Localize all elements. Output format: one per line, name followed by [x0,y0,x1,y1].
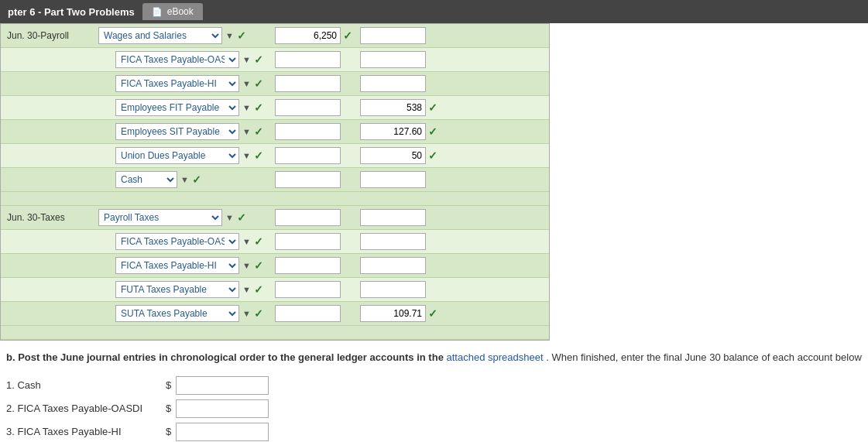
debit-input-cash-1[interactable] [275,171,341,188]
journal-row: Union Dues Payable ▼ ✓ ✓ [1,144,549,168]
debit-col [272,144,357,167]
credit-input-fica-oasdi-1[interactable] [360,51,426,68]
date-empty [1,81,94,87]
dropdown-arrow: ▼ [242,151,251,160]
date-empty [1,262,94,269]
check-icon: ✓ [254,235,263,248]
dropdown-arrow: ▼ [242,237,251,246]
credit-col [357,72,442,95]
ebook-tab[interactable]: 📄 eBook [142,3,203,20]
debit-input-fica-oasdi-2[interactable] [275,233,341,250]
account-col: FICA Taxes Payable-HI ▼ ✓ [94,72,272,95]
account-select-payroll-taxes[interactable]: Payroll Taxes [98,209,222,226]
credit-input-suta[interactable] [360,305,426,322]
account-select-fica-hi-1[interactable]: FICA Taxes Payable-HI [115,75,239,92]
account-select-suta[interactable]: SUTA Taxes Payable [115,305,239,322]
debit-col: ✓ [272,24,357,47]
dollar-sign-fica-hi: $ [166,426,171,437]
date-empty [1,238,94,245]
ledger-label-cash: 1. Cash [6,379,161,391]
credit-input-emp-fit[interactable] [360,99,426,116]
debit-col [272,72,357,95]
account-select-fica-hi-2[interactable]: FICA Taxes Payable-HI [115,257,239,274]
journal-row: Jun. 30-Payroll Wages and Salaries ▼ ✓ ✓ [1,24,549,48]
account-select-futa[interactable]: FUTA Taxes Payable [115,281,239,298]
credit-input-payroll-taxes[interactable] [360,209,426,226]
ledger-input-fica-oasdi[interactable] [176,399,269,418]
journal-row: FUTA Taxes Payable ▼ ✓ [1,278,549,302]
check-icon: ✓ [254,101,263,114]
debit-col [272,302,357,325]
check-icon: ✓ [254,125,263,138]
debit-col [272,120,357,143]
check-icon: ✓ [254,307,263,320]
debit-input-payroll-taxes[interactable] [275,209,341,226]
ledger-input-fica-hi[interactable] [176,423,269,441]
credit-col [357,24,442,47]
dropdown-arrow: ▼ [242,261,251,270]
credit-input-cash-1[interactable] [360,171,426,188]
account-select-emp-sit[interactable]: Employees SIT Payable [115,123,239,140]
spacer-row [1,192,549,206]
debit-input-wages[interactable] [275,27,341,44]
credit-col: ✓ [357,302,442,325]
credit-input-fica-hi-2[interactable] [360,257,426,274]
debit-input-emp-fit[interactable] [275,99,341,116]
dropdown-arrow: ▼ [242,79,251,88]
instruction-bold: b. Post the June journal entries in chro… [6,351,444,363]
journal-row: FICA Taxes Payable-HI ▼ ✓ [1,254,549,278]
debit-col [272,48,357,71]
title-bar-text: pter 6 - Part Two Problems [8,6,135,18]
account-select-emp-fit[interactable]: Employees FIT Payable [115,99,239,116]
journal-row: Employees FIT Payable ▼ ✓ ✓ [1,96,549,120]
dropdown-arrow: ▼ [242,55,251,64]
journal-row: FICA Taxes Payable-OASDI ▼ ✓ [1,48,549,72]
debit-input-suta[interactable] [275,305,341,322]
debit-input-fica-oasdi-1[interactable] [275,51,341,68]
dropdown-arrow: ▼ [225,213,234,222]
credit-input-fica-oasdi-2[interactable] [360,233,426,250]
debit-input-fica-hi-2[interactable] [275,257,341,274]
account-select-cash-1[interactable]: Cash [115,171,177,188]
date-label-taxes: Jun. 30-Taxes [1,209,94,226]
date-empty [1,286,94,293]
account-col: Wages and Salaries ▼ ✓ [94,24,272,47]
dropdown-arrow: ▼ [242,309,251,318]
account-col: Union Dues Payable ▼ ✓ [94,144,272,167]
debit-input-emp-sit[interactable] [275,123,341,140]
debit-input-futa[interactable] [275,281,341,298]
ebook-icon: 📄 [152,7,163,17]
account-select-wages[interactable]: Wages and Salaries [98,27,222,44]
credit-check: ✓ [428,149,437,162]
date-empty [1,57,94,63]
credit-input-fica-hi-1[interactable] [360,75,426,92]
credit-input-union[interactable] [360,147,426,164]
ebook-tab-label: eBook [167,6,194,17]
credit-check: ✓ [428,307,437,320]
instruction-text: b. Post the June journal entries in chro… [6,350,862,365]
credit-col: ✓ [357,96,442,119]
journal-row: FICA Taxes Payable-HI ▼ ✓ [1,72,549,96]
title-bar: pter 6 - Part Two Problems 📄 eBook [0,0,868,23]
account-select-union-dues[interactable]: Union Dues Payable [115,147,239,164]
ledger-row-fica-hi: 3. FICA Taxes Payable-HI $ [6,423,862,441]
account-select-fica-oasdi-2[interactable]: FICA Taxes Payable-OASDI [115,233,239,250]
ledger-row-cash: 1. Cash $ [6,376,862,395]
dropdown-arrow: ▼ [242,285,251,294]
account-select-fica-oasdi-1[interactable]: FICA Taxes Payable-OASDI [115,51,239,68]
credit-input-emp-sit[interactable] [360,123,426,140]
spreadsheet-link[interactable]: attached spreadsheet [447,351,544,363]
credit-check: ✓ [428,125,437,138]
journal-row: Cash ▼ ✓ [1,168,549,192]
credit-col [357,206,442,229]
date-label: Jun. 30-Payroll [1,27,94,44]
ledger-input-cash[interactable] [176,376,269,395]
credit-input-wages[interactable] [360,27,426,44]
debit-input-union[interactable] [275,147,341,164]
debit-col [272,168,357,191]
account-col: Cash ▼ ✓ [94,168,272,191]
check-icon: ✓ [254,77,263,90]
debit-col [272,278,357,301]
debit-input-fica-hi-1[interactable] [275,75,341,92]
credit-input-futa[interactable] [360,281,426,298]
